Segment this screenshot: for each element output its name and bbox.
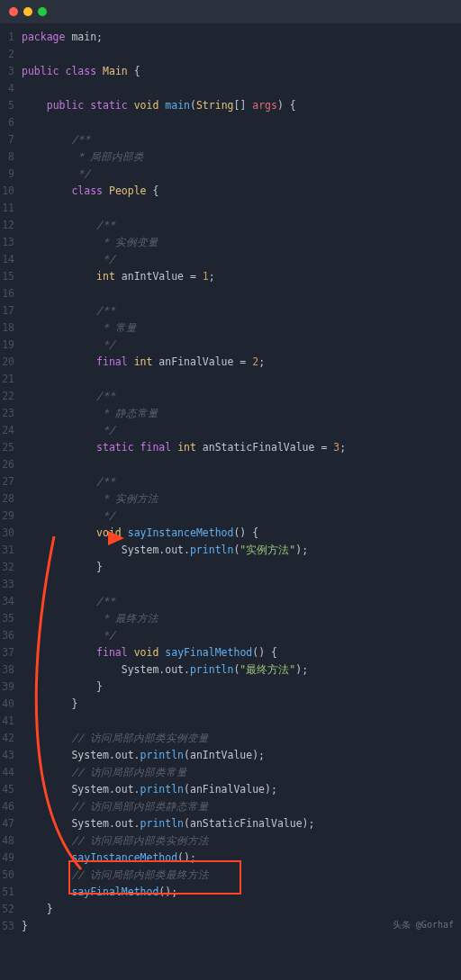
code-line: 1package main; bbox=[0, 29, 461, 46]
code-line: 15 int anIntValue = 1; bbox=[0, 268, 461, 285]
line-number: 22 bbox=[0, 388, 22, 405]
line-number: 1 bbox=[0, 29, 22, 46]
code-line: 42 // 访问局部内部类实例变量 bbox=[0, 730, 461, 747]
line-number: 24 bbox=[0, 422, 22, 439]
code-line: 33 bbox=[0, 576, 461, 593]
line-number: 39 bbox=[0, 679, 22, 696]
line-text: */ bbox=[22, 508, 461, 525]
line-text: /** bbox=[22, 473, 461, 490]
line-text: // 访问局部内部类实例变量 bbox=[22, 730, 461, 747]
line-number: 43 bbox=[0, 747, 22, 764]
line-text: sayInstanceMethod(); bbox=[22, 850, 461, 867]
watermark-text: 头条 @Gorhaf bbox=[393, 916, 454, 933]
code-line: 39 } bbox=[0, 679, 461, 696]
code-line: 37 final void sayFinalMethod() { bbox=[0, 644, 461, 661]
line-number: 47 bbox=[0, 815, 22, 832]
line-text: public static void main(String[] args) { bbox=[22, 97, 461, 114]
line-text: * 静态常量 bbox=[22, 405, 461, 422]
code-line: 3public class Main { bbox=[0, 63, 461, 80]
line-text: * 实例方法 bbox=[22, 490, 461, 508]
code-line: 45 System.out.println(anFinalValue); bbox=[0, 781, 461, 798]
line-text: * 实例变量 bbox=[22, 234, 461, 251]
code-line: 7 /** bbox=[0, 131, 461, 148]
code-line: 27 /** bbox=[0, 473, 461, 490]
code-line: 38 System.out.println("最终方法"); bbox=[0, 661, 461, 679]
code-line: 2 bbox=[0, 46, 461, 63]
line-number: 14 bbox=[0, 251, 22, 268]
code-line: 21 bbox=[0, 371, 461, 388]
line-number: 44 bbox=[0, 764, 22, 781]
code-line: 16 bbox=[0, 285, 461, 302]
code-line: 23 * 静态常量 bbox=[0, 405, 461, 422]
line-text: System.out.println("实例方法"); bbox=[22, 542, 461, 559]
line-number: 36 bbox=[0, 627, 22, 644]
line-number: 51 bbox=[0, 884, 22, 901]
line-text bbox=[22, 456, 461, 473]
line-number: 21 bbox=[0, 371, 22, 388]
code-line: 6 bbox=[0, 114, 461, 131]
line-number: 17 bbox=[0, 302, 22, 319]
code-line: 49 sayInstanceMethod(); bbox=[0, 850, 461, 867]
line-number: 52 bbox=[0, 901, 22, 918]
code-line: 13 * 实例变量 bbox=[0, 234, 461, 251]
line-number: 46 bbox=[0, 798, 22, 815]
code-line: 11 bbox=[0, 200, 461, 217]
code-line: 36 */ bbox=[0, 627, 461, 644]
line-number: 50 bbox=[0, 867, 22, 884]
minimize-icon[interactable] bbox=[23, 7, 32, 16]
line-number: 25 bbox=[0, 439, 22, 456]
line-number: 40 bbox=[0, 696, 22, 713]
code-line: 31 System.out.println("实例方法"); bbox=[0, 542, 461, 559]
line-text: */ bbox=[22, 251, 461, 268]
line-text: /** bbox=[22, 131, 461, 148]
line-text: System.out.println(anIntValue); bbox=[22, 747, 461, 764]
line-number: 26 bbox=[0, 456, 22, 473]
line-text: } bbox=[22, 559, 461, 576]
zoom-icon[interactable] bbox=[38, 7, 47, 16]
line-number: 28 bbox=[0, 490, 22, 508]
code-line: 26 bbox=[0, 456, 461, 473]
line-text: void sayInstanceMethod() { bbox=[22, 525, 461, 542]
code-line: 50 // 访问局部内部类最终方法 bbox=[0, 867, 461, 884]
code-line: 4 bbox=[0, 80, 461, 97]
line-number: 37 bbox=[0, 644, 22, 661]
line-number: 33 bbox=[0, 576, 22, 593]
code-line: 47 System.out.println(anStaticFinalValue… bbox=[0, 815, 461, 832]
line-number: 3 bbox=[0, 63, 22, 80]
code-line: 40 } bbox=[0, 696, 461, 713]
line-number: 30 bbox=[0, 525, 22, 542]
line-number: 16 bbox=[0, 285, 22, 302]
line-number: 23 bbox=[0, 405, 22, 422]
line-text bbox=[22, 80, 461, 97]
line-text: /** bbox=[22, 388, 461, 405]
line-text: static final int anStaticFinalValue = 3; bbox=[22, 439, 461, 456]
line-text: System.out.println(anStaticFinalValue); bbox=[22, 815, 461, 832]
code-line: 35 * 最终方法 bbox=[0, 610, 461, 627]
line-text: final int anFinalValue = 2; bbox=[22, 354, 461, 371]
line-text: System.out.println("最终方法"); bbox=[22, 661, 461, 679]
code-line: 29 */ bbox=[0, 508, 461, 525]
code-line: 20 final int anFinalValue = 2; bbox=[0, 354, 461, 371]
line-number: 42 bbox=[0, 730, 22, 747]
line-text: class People { bbox=[22, 183, 461, 200]
line-number: 11 bbox=[0, 200, 22, 217]
close-icon[interactable] bbox=[9, 7, 18, 16]
line-number: 31 bbox=[0, 542, 22, 559]
code-line: 30 void sayInstanceMethod() { bbox=[0, 525, 461, 542]
line-text bbox=[22, 371, 461, 388]
code-line: 17 /** bbox=[0, 302, 461, 319]
code-editor-window: 头条 @Gorhaf 1package main;23public class … bbox=[0, 0, 461, 940]
line-number: 41 bbox=[0, 713, 22, 730]
code-line: 25 static final int anStaticFinalValue =… bbox=[0, 439, 461, 456]
line-number: 20 bbox=[0, 354, 22, 371]
line-text: */ bbox=[22, 422, 461, 439]
line-number: 10 bbox=[0, 183, 22, 200]
line-text: // 访问局部内部类静态常量 bbox=[22, 798, 461, 815]
line-number: 32 bbox=[0, 559, 22, 576]
code-line: 8 * 局部内部类 bbox=[0, 148, 461, 166]
line-number: 7 bbox=[0, 131, 22, 148]
code-line: 41 bbox=[0, 713, 461, 730]
line-text bbox=[22, 46, 461, 63]
code-line: 10 class People { bbox=[0, 183, 461, 200]
line-text: * 局部内部类 bbox=[22, 148, 461, 166]
